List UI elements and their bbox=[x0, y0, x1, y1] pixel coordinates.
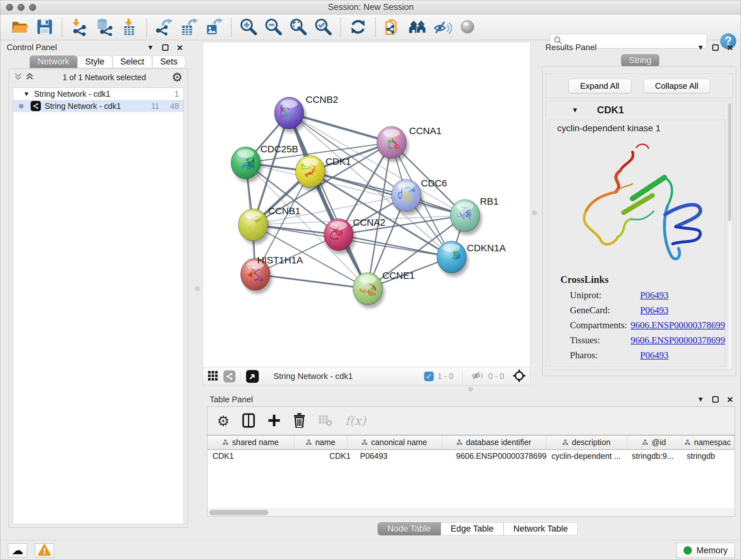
hide-selected-button[interactable] bbox=[430, 17, 455, 38]
selected-indicator-checkbox[interactable]: ✓ bbox=[424, 372, 434, 381]
crosslink-compartments-link[interactable]: 9606.ENSP00000378699 bbox=[630, 320, 725, 330]
cell-namespace[interactable]: stringdb bbox=[682, 449, 734, 462]
panel-menu-icon[interactable]: ▼ bbox=[697, 395, 704, 403]
grid-view-icon[interactable] bbox=[207, 370, 218, 382]
crosslink-pharos-link[interactable]: P06493 bbox=[640, 350, 669, 361]
table-header-row: shared name name canonical name database… bbox=[207, 435, 734, 449]
panel-float-icon[interactable] bbox=[712, 44, 719, 51]
zoom-in-button[interactable] bbox=[236, 17, 261, 38]
collection-expander-icon[interactable]: ▼ bbox=[23, 90, 30, 98]
show-columns-button[interactable] bbox=[242, 413, 255, 429]
tab-node-table[interactable]: Node Table bbox=[378, 522, 441, 536]
export-network-button[interactable] bbox=[151, 17, 177, 38]
trash-icon bbox=[293, 413, 306, 429]
column-header-database-identifier[interactable]: database identifier bbox=[442, 435, 546, 449]
network-share-view-icon[interactable] bbox=[223, 370, 235, 382]
cloud-icon: ☁ bbox=[12, 545, 23, 556]
right-splitter-handle[interactable] bbox=[532, 210, 537, 215]
export-image-button[interactable] bbox=[201, 17, 226, 38]
network-node-CDKN1A[interactable]: CDKN1A bbox=[437, 241, 506, 276]
collapse-all-button[interactable]: Collapse All bbox=[643, 79, 711, 93]
network-node-CDC25B[interactable]: CDC25B bbox=[231, 144, 298, 182]
table-horizontal-scrollbar[interactable] bbox=[207, 509, 735, 516]
column-header-shared-name[interactable]: shared name bbox=[207, 435, 294, 449]
network-node-CCNB1[interactable]: CCNB1 bbox=[239, 206, 300, 244]
new-network-from-selection-button[interactable] bbox=[381, 17, 405, 38]
tab-string[interactable]: String bbox=[621, 54, 660, 67]
network-node-CCNB2[interactable]: CCNB2 bbox=[274, 94, 338, 132]
cell-canonical-name[interactable]: P06493 bbox=[347, 449, 442, 462]
network-collection-row[interactable]: ▼ String Network - cdk1 1 bbox=[13, 88, 184, 100]
cell-shared-name[interactable]: CDK1 bbox=[207, 449, 294, 462]
cell-database-identifier[interactable]: 9606.ENSP00000378699 bbox=[442, 449, 546, 462]
column-header-id[interactable]: @id bbox=[627, 435, 682, 449]
zoom-fit-button[interactable] bbox=[286, 17, 311, 38]
expand-all-networks-icon[interactable] bbox=[25, 72, 34, 82]
expand-all-button[interactable]: Expand All bbox=[568, 79, 631, 93]
tab-edge-table[interactable]: Edge Table bbox=[441, 522, 503, 536]
network-graph[interactable]: CCNB2CCNA1CDC25BCDK1CDC6RB1CCNB1CCNA2CDK… bbox=[203, 42, 530, 367]
panel-menu-icon[interactable]: ▼ bbox=[147, 44, 154, 52]
show-all-button[interactable] bbox=[455, 17, 480, 38]
import-network-button[interactable] bbox=[67, 17, 92, 38]
import-network-database-button[interactable] bbox=[92, 17, 117, 38]
toolbar-separator bbox=[241, 370, 241, 383]
zoom-selected-button[interactable] bbox=[311, 17, 336, 38]
tab-style[interactable]: Style bbox=[77, 56, 112, 68]
scrollbar-thumb[interactable] bbox=[209, 510, 268, 515]
panel-close-icon[interactable]: × bbox=[727, 396, 733, 402]
crosslink-genecard-link[interactable]: P06493 bbox=[640, 305, 669, 315]
memory-button[interactable]: Memory bbox=[676, 543, 735, 558]
network-view[interactable]: CCNB2CCNA1CDC25BCDK1CDC6RB1CCNB1CCNA2CDK… bbox=[203, 42, 531, 385]
tab-select[interactable]: Select bbox=[112, 56, 152, 68]
add-column-button[interactable] bbox=[268, 414, 280, 428]
column-header-namespace[interactable]: namespac bbox=[682, 435, 734, 449]
apply-layout-button[interactable] bbox=[346, 17, 370, 38]
delete-column-button[interactable] bbox=[293, 413, 306, 429]
network-node-RB1[interactable]: RB1 bbox=[450, 196, 498, 235]
network-node-CDK1[interactable]: CDK1 bbox=[295, 155, 351, 191]
panel-float-icon[interactable] bbox=[712, 396, 719, 402]
tab-network[interactable]: Network bbox=[30, 56, 77, 68]
column-header-canonical-name[interactable]: canonical name bbox=[347, 435, 442, 449]
table-settings-button[interactable]: ⚙ bbox=[217, 413, 229, 429]
network-node-CCNE1[interactable]: CCNE1 bbox=[353, 270, 415, 308]
sphere-icon bbox=[458, 17, 477, 37]
network-options-gear-icon[interactable]: ⚙ bbox=[172, 70, 183, 84]
column-header-description[interactable]: description bbox=[546, 435, 627, 449]
export-table-button[interactable] bbox=[177, 17, 201, 38]
cell-name[interactable]: CDK1 bbox=[294, 449, 347, 462]
panel-close-icon[interactable]: × bbox=[727, 44, 733, 51]
open-session-button[interactable] bbox=[7, 17, 32, 38]
cell-id[interactable]: stringdb:9... bbox=[627, 449, 682, 462]
crosslink-tissues-link[interactable]: 9606.ENSP00000378699 bbox=[630, 335, 725, 346]
entry-expander-icon[interactable]: ▼ bbox=[571, 106, 579, 114]
toolbar-separator bbox=[62, 18, 63, 37]
panel-close-icon[interactable]: × bbox=[177, 44, 183, 51]
app-store-status-button[interactable]: ☁ bbox=[8, 543, 27, 557]
collapse-all-networks-icon[interactable] bbox=[14, 72, 22, 82]
birds-eye-view-icon[interactable] bbox=[246, 370, 259, 383]
panel-menu-icon[interactable]: ▼ bbox=[697, 44, 704, 52]
network-node-HIST1H1A[interactable]: HIST1H1A bbox=[241, 255, 303, 294]
panel-float-icon[interactable] bbox=[162, 44, 169, 51]
zoom-out-button[interactable] bbox=[261, 17, 286, 38]
import-table-button[interactable] bbox=[117, 17, 142, 38]
crosshair-target-icon[interactable] bbox=[513, 369, 526, 384]
tab-network-table[interactable]: Network Table bbox=[503, 522, 578, 536]
crosslink-label: Uniprot: bbox=[570, 290, 640, 300]
crosslink-uniprot-link[interactable]: P06493 bbox=[640, 290, 669, 300]
results-scrollbar[interactable] bbox=[727, 102, 732, 370]
network-row[interactable]: String Network - cdk1 11 48 bbox=[13, 100, 184, 112]
bottom-splitter-handle[interactable] bbox=[468, 387, 473, 391]
network-node-CCNA1[interactable]: CCNA1 bbox=[377, 125, 442, 162]
scrollbar-thumb[interactable] bbox=[728, 103, 731, 221]
tab-sets[interactable]: Sets bbox=[152, 56, 185, 68]
save-session-button[interactable] bbox=[32, 17, 57, 38]
first-neighbors-button[interactable] bbox=[405, 17, 430, 38]
column-header-name[interactable]: name bbox=[294, 435, 347, 449]
table-row[interactable]: CDK1 CDK1 P06493 9606.ENSP00000378699 cy… bbox=[207, 449, 734, 462]
left-splitter-handle[interactable] bbox=[195, 287, 200, 291]
cell-description[interactable]: cyclin-dependent ... bbox=[546, 449, 627, 462]
warnings-button[interactable] bbox=[35, 543, 54, 557]
